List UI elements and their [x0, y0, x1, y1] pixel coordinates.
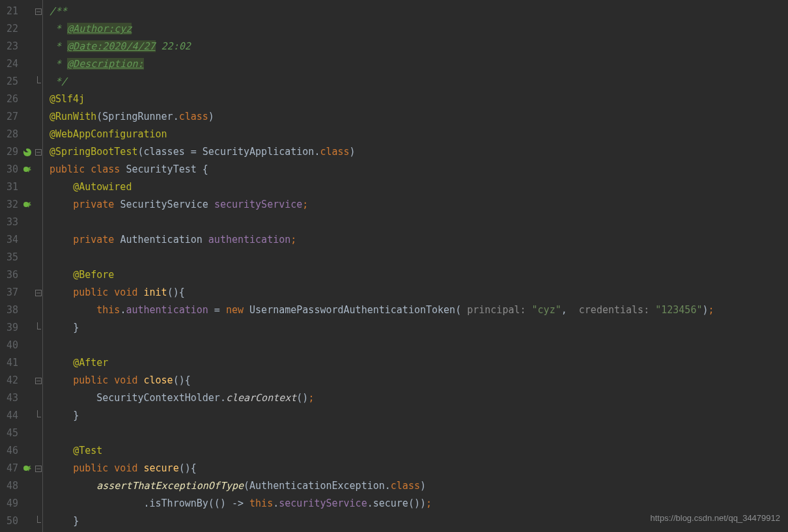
code-line[interactable]: public class SecurityTest { — [49, 161, 788, 178]
line-number: 23 — [0, 38, 21, 55]
code-line[interactable]: @SpringBootTest(classes = SecurityApplic… — [49, 143, 788, 161]
fold-end-marker — [34, 512, 42, 530]
code-line[interactable]: public void init(){ — [49, 284, 788, 301]
gutter-icon-empty — [21, 301, 34, 319]
code-line[interactable] — [49, 337, 788, 354]
fold-empty — [34, 389, 42, 407]
bean-icon — [23, 201, 32, 210]
code-line[interactable]: public void secure(){ — [49, 460, 788, 477]
code-line[interactable]: .isThrownBy(() -> this.securityService.s… — [49, 495, 788, 512]
gutter-icon-empty — [21, 3, 34, 20]
fold-end-marker — [34, 407, 42, 425]
gutter-icon-empty — [21, 425, 34, 442]
line-number: 42 — [0, 372, 21, 389]
fold-toggle[interactable] — [34, 3, 42, 20]
code-line[interactable]: */ — [49, 73, 788, 91]
gutter-icon-empty — [21, 337, 34, 354]
line-number: 36 — [0, 266, 21, 284]
fold-empty — [34, 495, 42, 512]
code-line[interactable]: @Slf4j — [49, 91, 788, 108]
code-area[interactable]: /** * @Author:cyz * @Date:2020/4/27 22:0… — [43, 0, 788, 532]
code-line[interactable]: * @Date:2020/4/27 22:02 — [49, 38, 788, 55]
code-line[interactable] — [49, 214, 788, 231]
code-line[interactable]: @Test — [49, 442, 788, 460]
code-line[interactable]: @RunWith(SpringRunner.class) — [49, 108, 788, 126]
code-line[interactable]: @Autowired — [49, 178, 788, 196]
line-number: 37 — [0, 284, 21, 301]
line-number: 35 — [0, 249, 21, 266]
code-line[interactable]: assertThatExceptionOfType(Authentication… — [49, 477, 788, 495]
gutter-icon-empty — [21, 20, 34, 38]
line-number: 43 — [0, 389, 21, 407]
gutter-icon-empty — [21, 214, 34, 231]
fold-empty — [34, 301, 42, 319]
spring-gutter-icon[interactable] — [21, 143, 34, 161]
code-line[interactable]: } — [49, 512, 788, 530]
code-line[interactable]: private Authentication authentication; — [49, 231, 788, 249]
fold-toggle[interactable] — [34, 284, 42, 301]
gutter-icon-empty — [21, 108, 34, 126]
line-number: 32 — [0, 196, 21, 214]
line-number-gutter: 2122232425262728293031323334353637383940… — [0, 0, 21, 532]
fold-gutter[interactable] — [34, 0, 43, 532]
code-line[interactable]: public void close(){ — [49, 372, 788, 389]
code-line[interactable]: } — [49, 319, 788, 337]
icon-gutter — [21, 0, 34, 532]
bean-gutter-icon[interactable] — [21, 161, 34, 178]
gutter-icon-empty — [21, 38, 34, 55]
bean-icon — [23, 165, 32, 175]
fold-empty — [34, 178, 42, 196]
fold-empty — [34, 108, 42, 126]
line-number: 34 — [0, 231, 21, 249]
fold-empty — [34, 20, 42, 38]
code-line[interactable]: /** — [49, 3, 788, 20]
gutter-icon-empty — [21, 178, 34, 196]
gutter-icon-empty — [21, 266, 34, 284]
code-editor[interactable]: 2122232425262728293031323334353637383940… — [0, 0, 788, 532]
fold-toggle[interactable] — [34, 372, 42, 389]
code-line[interactable] — [49, 249, 788, 266]
line-number: 50 — [0, 512, 21, 530]
gutter-icon-empty — [21, 372, 34, 389]
gutter-icon-empty — [21, 495, 34, 512]
fold-toggle[interactable] — [34, 460, 42, 477]
line-number: 28 — [0, 126, 21, 143]
code-line[interactable]: * @Author:cyz — [49, 20, 788, 38]
fold-empty — [34, 38, 42, 55]
code-line[interactable]: SecurityContextHolder.clearContext(); — [49, 389, 788, 407]
line-number: 25 — [0, 73, 21, 91]
code-line[interactable]: @After — [49, 354, 788, 372]
code-line[interactable]: this.authentication = new UsernamePasswo… — [49, 301, 788, 319]
fold-toggle[interactable] — [34, 143, 42, 161]
gutter-icon-empty — [21, 477, 34, 495]
line-number: 30 — [0, 161, 21, 178]
bean-gutter-icon[interactable] — [21, 460, 34, 477]
fold-empty — [34, 442, 42, 460]
line-number: 33 — [0, 214, 21, 231]
bean-gutter-icon[interactable] — [21, 196, 34, 214]
fold-empty — [34, 55, 42, 73]
line-number: 44 — [0, 407, 21, 425]
fold-end-marker — [34, 319, 42, 337]
fold-empty — [34, 249, 42, 266]
code-line[interactable] — [49, 425, 788, 442]
gutter-icon-empty — [21, 249, 34, 266]
gutter-icon-empty — [21, 126, 34, 143]
gutter-icon-empty — [21, 389, 34, 407]
gutter-icon-empty — [21, 73, 34, 91]
line-number: 24 — [0, 55, 21, 73]
code-line[interactable]: @WebAppConfiguration — [49, 126, 788, 143]
code-line[interactable]: @Before — [49, 266, 788, 284]
code-line[interactable]: private SecurityService securityService; — [49, 196, 788, 214]
fold-empty — [34, 354, 42, 372]
line-number: 26 — [0, 91, 21, 108]
line-number: 46 — [0, 442, 21, 460]
fold-empty — [34, 91, 42, 108]
fold-empty — [34, 231, 42, 249]
code-line[interactable]: } — [49, 407, 788, 425]
line-number: 49 — [0, 495, 21, 512]
gutter-icon-empty — [21, 354, 34, 372]
gutter-icon-empty — [21, 231, 34, 249]
line-number: 21 — [0, 3, 21, 20]
code-line[interactable]: * @Description: — [49, 55, 788, 73]
